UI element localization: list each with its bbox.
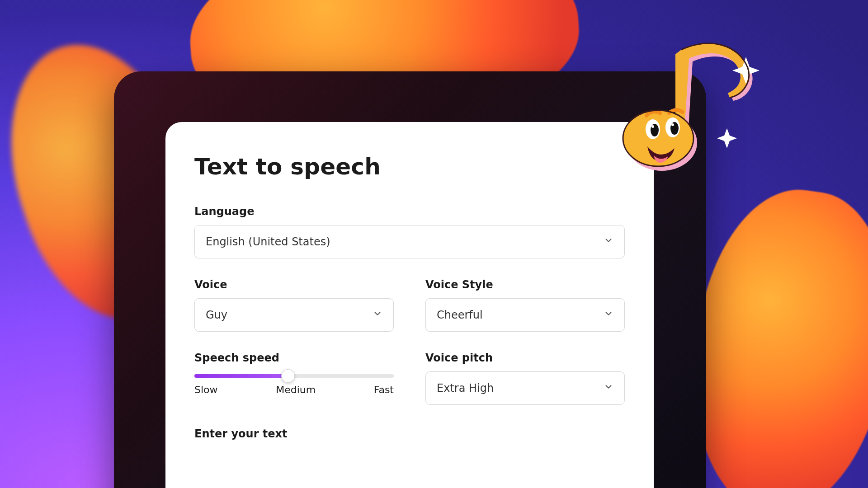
voice-pitch-select[interactable]: Extra High: [425, 371, 625, 405]
chevron-down-icon: [604, 382, 613, 394]
voice-pitch-label: Voice pitch: [425, 352, 625, 364]
slider-tick-labels: Slow Medium Fast: [194, 384, 394, 395]
voice-field: Voice Guy: [194, 278, 394, 332]
speech-speed-field: Speech speed Slow Medium Fast: [194, 352, 394, 405]
voice-value: Guy: [206, 309, 227, 321]
svg-point-3: [665, 117, 680, 137]
slider-tick-medium: Medium: [276, 384, 316, 395]
slider-fill: [194, 374, 288, 378]
svg-point-7: [671, 123, 674, 126]
speech-speed-slider[interactable]: [194, 374, 394, 378]
svg-point-6: [651, 125, 654, 128]
voice-style-label: Voice Style: [425, 278, 625, 291]
device-frame: Text to speech Language English (United …: [114, 71, 706, 488]
chevron-down-icon: [604, 309, 613, 321]
tts-panel: Text to speech Language English (United …: [165, 122, 654, 488]
language-field: Language English (United States): [194, 205, 625, 258]
voice-style-value: Cheerful: [437, 309, 483, 321]
slider-tick-fast: Fast: [374, 384, 394, 395]
voice-select[interactable]: Guy: [194, 298, 394, 332]
language-select[interactable]: English (United States): [194, 225, 625, 258]
language-label: Language: [194, 205, 625, 218]
voice-style-select[interactable]: Cheerful: [425, 298, 625, 332]
svg-point-5: [670, 122, 679, 135]
enter-text-label: Enter your text: [194, 427, 625, 440]
voice-style-field: Voice Style Cheerful: [425, 278, 625, 332]
page-title: Text to speech: [194, 154, 625, 180]
chevron-down-icon: [373, 309, 382, 321]
chevron-down-icon: [604, 235, 613, 248]
voice-pitch-value: Extra High: [437, 382, 494, 394]
slider-tick-slow: Slow: [194, 384, 218, 395]
language-value: English (United States): [206, 235, 330, 248]
speech-speed-label: Speech speed: [194, 352, 394, 364]
slider-thumb[interactable]: [281, 369, 295, 383]
voice-pitch-field: Voice pitch Extra High: [425, 352, 625, 405]
enter-text-field: Enter your text: [194, 427, 625, 440]
background-stage: Text to speech Language English (United …: [0, 0, 868, 488]
voice-label: Voice: [194, 278, 394, 291]
